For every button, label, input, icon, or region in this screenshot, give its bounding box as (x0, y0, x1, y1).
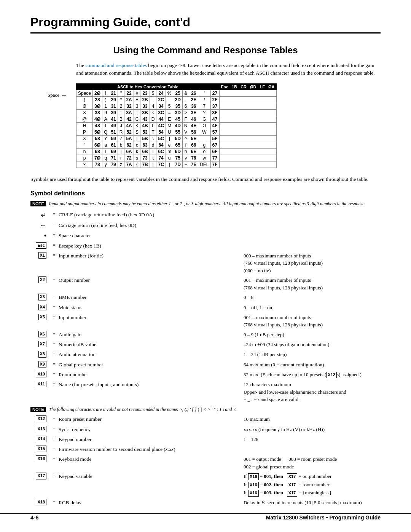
page: Programming Guide, cont'd Using the Comm… (0, 0, 411, 532)
page-title: Programming Guide, cont'd (30, 15, 381, 34)
th-0a: ØA (267, 83, 277, 90)
th-od: ØD (249, 83, 258, 90)
eq-x13: = (49, 426, 59, 432)
right-x17: If X16 = 001, then X17 = output number I… (244, 473, 381, 497)
def-x8: X8 = Audio attenuation 1 – 24 (1 dB per … (30, 351, 381, 358)
desc-x9: Global preset number (59, 361, 244, 369)
ascii-hex-table: ASCII to Hex Conversion Table Esc 1B CR … (76, 83, 277, 168)
right-x5: 001 – maximum number of inputs(768 virtu… (244, 314, 381, 329)
symbol-x14: X14 (30, 436, 49, 442)
command-response-link[interactable]: command and response tables (85, 62, 147, 68)
after-table-para: Symbols are used throughout the table to… (30, 176, 381, 183)
right-x7: –24 to +09 (34 steps of gain or attenuat… (244, 341, 381, 348)
eq-x3: = (49, 294, 59, 300)
symbol-cr: ← (30, 222, 49, 230)
def-x15: X15 = Firmware version number to second … (30, 446, 381, 453)
eq-x10: = (49, 371, 59, 377)
table-row: (28 )29 *2A +2B ,2C -2D .2E /2F (76, 96, 277, 103)
x16-box: X16 (36, 455, 46, 462)
symbol-x8: X8 (30, 351, 49, 357)
x6-box: X6 (38, 331, 46, 337)
x16-if3-box: X16 (248, 490, 259, 496)
desc-x15: Firmware version number to second decima… (59, 446, 244, 453)
note-label-2: NOTE (30, 407, 46, 412)
symbol-x16: X16 (30, 455, 49, 462)
x7-box: X7 (38, 341, 46, 347)
desc-x12: Room preset number (59, 415, 244, 423)
symbol-x13: X13 (30, 426, 49, 432)
eq-x16: = (49, 455, 59, 462)
intro-paragraph: The command and response tables begin on… (76, 62, 381, 77)
def-x11: X11 = Name (for presets, inputs, and out… (30, 381, 381, 403)
eq-x8: = (49, 351, 59, 357)
symbol-x2: X2 (30, 276, 49, 283)
x17-box: X17 (36, 473, 46, 479)
x16-if2-box: X16 (248, 482, 259, 488)
def-x3: X3 = BME number 0 – 8 (30, 294, 381, 301)
def-x7: X7 = Numeric dB value –24 to +09 (34 ste… (30, 341, 381, 348)
right-x13: xxx.xx (frequency in Hz (V) or kHz (H)) (244, 426, 381, 433)
subsection-title: Symbol definitions (30, 190, 381, 197)
desc-x11: Name (for presets, inputs, and outputs) (59, 381, 244, 388)
symbol-x18: X18 (30, 499, 49, 505)
def-crlf: ↵ = CR/LF (carriage return/line feed) (h… (30, 211, 381, 219)
symbol-x6: X6 (30, 331, 49, 337)
table-row: h68 i69 j6A k6B l6C m6D n6E o6F (76, 148, 277, 155)
space-arrow: → (61, 92, 67, 99)
desc-x3: BME number (59, 294, 244, 301)
table-row: Space2Ø !21 "22 #23 $24 %25 &26 '27 (76, 90, 277, 96)
x10-box: X10 (36, 371, 46, 377)
symbol-crlf: ↵ (30, 211, 49, 219)
eq-crlf: = (49, 211, 59, 217)
th-lf: LF (258, 83, 266, 90)
right-x8: 1 – 24 (1 dB per step) (244, 351, 381, 358)
table-main-header: ASCII to Hex Conversion Table (76, 83, 220, 90)
desc-esc: Escape key (hex 1B) (59, 242, 381, 250)
right-x11: 12 characters maximumUpper- and lower-ca… (244, 381, 381, 403)
def-x12: X12 = Room preset number 10 maximum (30, 415, 381, 423)
table-row: H48 I49 J4A K4B L4C M4D N4E O4F (76, 122, 277, 129)
eq-x11: = (49, 381, 59, 387)
symbol-x10: X10 (30, 371, 49, 377)
note-text-1: Input and output numbers in commands may… (49, 201, 366, 207)
symbol-esc: Esc (30, 242, 49, 249)
desc-x4: Mute status (59, 304, 244, 312)
eq-x1: = (49, 252, 59, 258)
right-x1: 000 – maximum number of inputs(768 virtu… (244, 252, 381, 275)
eq-x17: = (49, 473, 59, 479)
symbol-x9: X9 (30, 361, 49, 367)
th-cr: CR (239, 83, 249, 90)
eq-cr: = (49, 222, 59, 228)
desc-x1: Input number (for tie) (59, 252, 244, 260)
right-x9: 64 maximum (0 = current configuration) (244, 361, 381, 369)
table-row: 838 939 :3A ;3B <3C =3D >3E ?3F (76, 109, 277, 116)
desc-x8: Audio attenuation (59, 351, 244, 358)
def-x5: X5 = Input number 001 – maximum number o… (30, 314, 381, 329)
desc-x5: Input number (59, 314, 244, 321)
desc-x16: Keyboard mode (59, 455, 244, 463)
desc-x14: Keypad number (59, 436, 244, 443)
def-x18: X18 = RGB delay Delay in ½ second increm… (30, 499, 381, 506)
eq-esc: = (49, 242, 59, 248)
def-space: • = Space character (30, 232, 381, 240)
eq-x18: = (49, 499, 59, 505)
right-x18: Delay in ½ second increments (10 [5.0 se… (244, 499, 381, 506)
x2-box: X2 (38, 276, 46, 283)
footer-page-number: 4-6 (30, 514, 39, 521)
desc-x18: RGB delay (59, 499, 244, 506)
table-row: Ø3Ø 131 232 333 434 535 636 737 (76, 103, 277, 109)
symbol-x4: X4 (30, 304, 49, 310)
symbol-x11: X11 (30, 381, 49, 387)
space-label: Space → (48, 92, 67, 99)
note-box-1: NOTE Input and output numbers in command… (30, 201, 381, 207)
eq-x12: = (49, 415, 59, 422)
space-text: Space (48, 92, 59, 98)
desc-x2: Output number (59, 276, 244, 284)
x1-box: X1 (38, 252, 46, 259)
symbol-x1: X1 (30, 252, 49, 259)
symbol-x5: X5 (30, 314, 49, 320)
symbol-x15: X15 (30, 446, 49, 452)
x3-box: X3 (38, 294, 46, 300)
eq-x7: = (49, 341, 59, 347)
symbol-x3: X3 (30, 294, 49, 300)
